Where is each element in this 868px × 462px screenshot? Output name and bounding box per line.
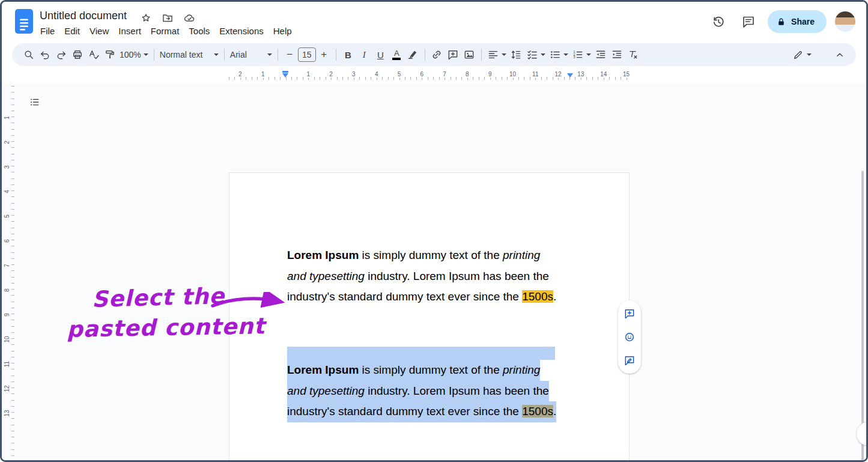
redo-button[interactable] [53,47,69,63]
paragraph-pasted-selected[interactable]: Lorem Ipsum is simply dummy text of the … [287,347,556,422]
document-status-button[interactable] [182,11,196,25]
search-menus-button[interactable] [20,47,37,63]
document-page[interactable]: Lorem Ipsum is simply dummy text of the … [229,172,630,462]
menu-tools[interactable]: Tools [184,25,214,37]
text-line[interactable]: industry's standard dummy text ever sinc… [287,401,556,422]
clear-formatting-button[interactable] [625,47,642,63]
docs-logo-icon[interactable] [15,9,33,34]
font-size-input[interactable]: 15 [298,47,316,62]
bulleted-list-button[interactable] [547,47,570,63]
underline-button[interactable]: U [372,47,389,63]
text-color-button[interactable]: A [389,47,405,63]
selected-empty-line[interactable] [287,347,555,360]
numbered-list-button[interactable]: 1 2 3 [570,47,593,63]
decrease-indent-icon [595,49,607,61]
decrease-indent-button[interactable] [593,47,609,63]
ruler-number: 14 [599,71,607,78]
title-actions [139,11,196,25]
paint-format-button[interactable] [102,47,118,63]
menu-format[interactable]: Format [146,25,184,37]
dropdown-arrow-icon [144,53,148,56]
menu-file[interactable]: File [35,25,59,37]
avatar[interactable] [835,11,855,32]
paragraph-style-value: Normal text [160,50,203,59]
highlighted-text: 1500s [522,290,553,303]
version-history-button[interactable] [708,11,729,32]
left-indent-marker[interactable] [282,71,288,78]
star-button[interactable] [139,11,153,25]
vertical-ruler[interactable]: 12345678910111213 [2,84,19,462]
star-icon [140,12,152,24]
align-selector[interactable] [485,47,508,63]
share-button[interactable]: Share [768,10,827,33]
dropdown-arrow-icon [563,53,568,56]
text-line[interactable]: and typesetting industry. Lorem Ipsum ha… [287,266,556,287]
first-line-indent-marker[interactable] [282,71,288,73]
vertical-scrollbar[interactable] [861,171,864,462]
menu-edit[interactable]: Edit [59,25,85,37]
share-label: Share [791,17,815,26]
text-line[interactable]: Lorem Ipsum is simply dummy text of the … [287,245,556,266]
spell-check-icon [88,49,100,61]
align-left-icon [487,49,499,61]
menu-view[interactable]: View [85,25,114,37]
paragraph-original[interactable]: Lorem Ipsum is simply dummy text of the … [287,245,556,308]
header-actions: Share [708,10,855,33]
font-selector[interactable]: Arial [228,47,274,63]
text-line[interactable]: and typesetting industry. Lorem Ipsum ha… [287,381,556,402]
margin-suggest-edits-button[interactable] [621,351,639,369]
search-icon [23,49,35,61]
toolbar-divider [481,49,482,61]
menu-insert[interactable]: Insert [114,25,146,37]
insert-image-button[interactable] [461,47,478,63]
image-icon [463,49,475,61]
undo-button[interactable] [37,47,53,63]
dropdown-arrow-icon [541,53,545,56]
checklist-button[interactable] [524,47,547,63]
ruler-number: 2 [238,71,243,78]
menu-extensions[interactable]: Extensions [214,25,268,37]
italic-button[interactable]: I [356,47,372,63]
print-button[interactable] [69,47,85,63]
increase-font-size-button[interactable]: + [316,47,332,63]
menu-help[interactable]: Help [269,25,297,37]
ruler-number: 9 [4,313,10,317]
undo-icon [39,49,51,61]
ruler-number: 2 [329,71,333,78]
clear-formatting-icon [627,49,639,61]
margin-emoji-reaction-button[interactable] [621,328,639,346]
spell-check-button[interactable] [85,47,102,63]
font-value: Arial [230,50,247,59]
increase-indent-button[interactable] [609,47,625,63]
bold-button[interactable]: B [340,47,356,63]
show-outline-button[interactable] [26,93,44,111]
move-button[interactable] [160,11,175,25]
ruler-number: 4 [4,190,10,193]
margin-add-comment-button[interactable] [621,305,639,323]
ruler-number: 12 [554,71,562,78]
ruler-number: 13 [577,71,584,78]
add-comment-button[interactable] [445,47,461,63]
open-comments-button[interactable] [738,11,759,32]
print-icon [71,49,83,61]
comment-add-icon [447,49,459,61]
dropdown-arrow-icon [807,53,812,56]
editing-mode-button[interactable] [791,47,813,63]
decrease-font-size-button[interactable]: − [282,47,298,63]
cloud-saved-icon [183,12,195,24]
ruler-number: 1 [261,71,266,78]
line-spacing-button[interactable] [508,47,524,63]
highlight-color-button[interactable] [405,47,421,63]
text-line[interactable]: Lorem Ipsum is simply dummy text of the … [287,360,556,381]
text-line[interactable]: industry's standard dummy text ever sinc… [287,287,556,308]
ruler-number: 8 [4,288,10,292]
horizontal-ruler[interactable]: 21123456789101112131415 [2,68,866,84]
zoom-selector[interactable]: 100% [118,47,150,63]
paragraph-style-selector[interactable]: Normal text [158,47,220,63]
ruler-number: 1 [4,116,10,120]
insert-link-button[interactable] [429,47,445,63]
document-title[interactable]: Untitled document [40,10,127,22]
ruler-number: 10 [4,336,10,342]
collapse-toolbar-button[interactable] [831,47,848,63]
right-indent-marker[interactable] [567,73,573,78]
